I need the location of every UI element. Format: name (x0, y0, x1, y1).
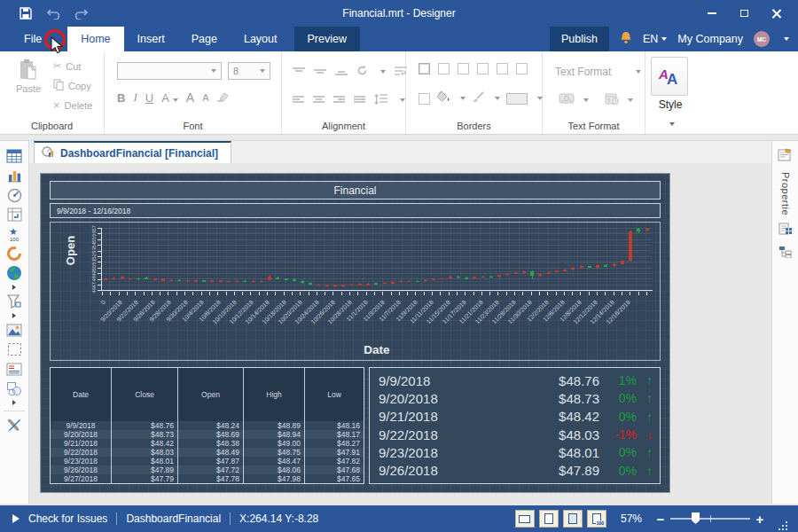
close-button[interactable] (764, 4, 787, 22)
undo-icon[interactable] (46, 8, 60, 20)
maximize-button[interactable] (732, 4, 755, 22)
redo-icon[interactable] (74, 8, 89, 20)
border-none-button[interactable] (438, 63, 450, 74)
zoom-page-height-button[interactable] (539, 510, 559, 528)
dashboard-title[interactable]: Financial (50, 181, 661, 200)
style-button[interactable]: AA (651, 57, 688, 96)
filter-tool[interactable] (3, 292, 26, 311)
dashboard-page[interactable]: Financial 9/9/2018 - 12/16/2018 Open 464… (40, 173, 670, 493)
zoom-100-button[interactable]: 100 (587, 510, 606, 528)
clear-format-icon[interactable] (216, 91, 229, 105)
underline-button[interactable]: U (145, 91, 153, 105)
border-left-button[interactable] (497, 63, 508, 74)
align-right-icon[interactable] (333, 92, 345, 108)
fill-chevron-icon[interactable] (460, 97, 466, 100)
document-tab[interactable]: DashboardFinancial [Financial] (34, 141, 231, 164)
tab-insert[interactable]: Insert (124, 27, 178, 51)
datetime-chevron-icon[interactable] (628, 98, 633, 102)
font-family-combo[interactable] (117, 62, 222, 80)
tools-tool[interactable] (3, 415, 26, 434)
resize-grip[interactable] (778, 521, 789, 532)
zoom-in-button[interactable]: + (754, 512, 766, 527)
bell-icon[interactable] (620, 31, 632, 48)
align-top-icon[interactable] (293, 64, 305, 80)
tab-preview[interactable]: Preview (294, 27, 360, 51)
copy-button[interactable]: Copy (53, 78, 92, 93)
tab-layout[interactable]: Layout (231, 27, 291, 51)
properties-panel-icon[interactable] (778, 148, 793, 165)
grow-font-button[interactable]: A (186, 90, 194, 105)
expand-arrow-icon[interactable] (12, 285, 16, 290)
map-tool[interactable] (3, 263, 26, 283)
rotate-chevron-icon[interactable] (380, 70, 386, 74)
account-chevron-down-icon[interactable] (784, 37, 789, 41)
text-format-dropdown[interactable]: Text Format (555, 66, 641, 78)
datetime-format-icon[interactable]: 5 (605, 92, 619, 108)
tab-home[interactable]: Home (67, 27, 123, 51)
check-issues-play-icon[interactable] (12, 514, 20, 523)
image-tool[interactable] (3, 320, 26, 340)
zoom-out-button[interactable]: − (654, 512, 667, 527)
text-tool[interactable] (3, 359, 26, 379)
border-all-button[interactable] (419, 63, 430, 74)
properties-tab[interactable]: Propertie (780, 172, 791, 215)
account-name[interactable]: My Company (677, 33, 743, 45)
brush-chevron-icon[interactable] (495, 97, 500, 100)
pivot-table-tool[interactable] (3, 205, 26, 224)
fill-color-icon[interactable] (436, 90, 450, 106)
date-range-element[interactable]: 9/9/2018 - 12/16/2018 (50, 203, 661, 218)
border-outside-button[interactable] (458, 63, 469, 74)
cut-button[interactable]: ✂Cut (53, 59, 92, 74)
dictionary-panel-icon[interactable] (778, 223, 793, 239)
progress-tool[interactable] (3, 244, 26, 263)
gauge-tool[interactable] (3, 185, 26, 205)
tab-page[interactable]: Page (178, 27, 231, 51)
zoom-slider[interactable] (670, 518, 750, 520)
check-for-issues[interactable]: Check for Issues (28, 512, 107, 525)
style-chevron-icon[interactable] (645, 113, 695, 129)
border-right-button[interactable] (516, 63, 528, 74)
minimize-button[interactable] (700, 4, 724, 22)
expand-arrow-icon[interactable] (12, 400, 16, 405)
save-icon[interactable] (20, 7, 32, 20)
language-selector[interactable]: EN (643, 33, 667, 45)
border-color-swatch[interactable] (506, 93, 528, 105)
currency-format-icon[interactable] (559, 92, 575, 108)
design-canvas[interactable]: Financial 9/9/2018 - 12/16/2018 Open 464… (29, 163, 771, 504)
zoom-page-width-button[interactable] (515, 510, 535, 528)
align-left-icon[interactable] (293, 92, 304, 108)
align-center-icon[interactable] (313, 92, 325, 108)
line-spacing-icon[interactable] (374, 92, 387, 108)
statusbar-document-name[interactable]: DashboardFinancial (126, 512, 221, 525)
border-top-button[interactable] (419, 93, 430, 105)
zoom-whole-page-button[interactable] (563, 510, 583, 528)
line-spacing-chevron-icon[interactable] (400, 98, 405, 102)
justify-icon[interactable] (354, 92, 365, 108)
candlestick-chart[interactable]: Open 464748495051525354555657 09/20/2018… (50, 222, 661, 361)
align-middle-icon[interactable] (314, 64, 326, 80)
publish-button[interactable]: Publish (550, 27, 609, 51)
font-size-combo[interactable]: 8 (228, 62, 270, 80)
indicator-tool[interactable]: ★100 (3, 224, 26, 244)
shape-tool[interactable] (3, 379, 26, 398)
align-bottom-icon[interactable] (335, 64, 348, 80)
expand-arrow-icon[interactable] (12, 313, 16, 318)
panel-tool[interactable] (3, 340, 26, 359)
avatar[interactable]: MC (754, 31, 770, 47)
paste-button[interactable]: Paste (11, 59, 46, 94)
rotate-text-icon[interactable] (356, 64, 368, 80)
price-ticker-list[interactable]: 9/9/2018$48.761%↑9/20/2018$48.730%↑9/21/… (369, 367, 661, 484)
report-tree-panel-icon[interactable] (778, 246, 793, 262)
font-color-button[interactable]: A (161, 91, 178, 105)
italic-button[interactable]: I (133, 90, 137, 105)
chart-tool[interactable] (3, 166, 26, 185)
table-tool[interactable] (3, 146, 26, 166)
data-table[interactable]: DateCloseOpenHighLow 9/9/2018$48.76$48.2… (50, 367, 364, 484)
delete-button[interactable]: ×Delete (53, 98, 92, 113)
zoom-slider-thumb[interactable] (692, 512, 700, 524)
brush-icon[interactable] (472, 90, 485, 106)
currency-chevron-icon[interactable] (583, 98, 589, 102)
shrink-font-button[interactable]: A (202, 92, 208, 103)
bold-button[interactable]: B (117, 91, 125, 105)
border-inside-button[interactable] (477, 63, 489, 74)
